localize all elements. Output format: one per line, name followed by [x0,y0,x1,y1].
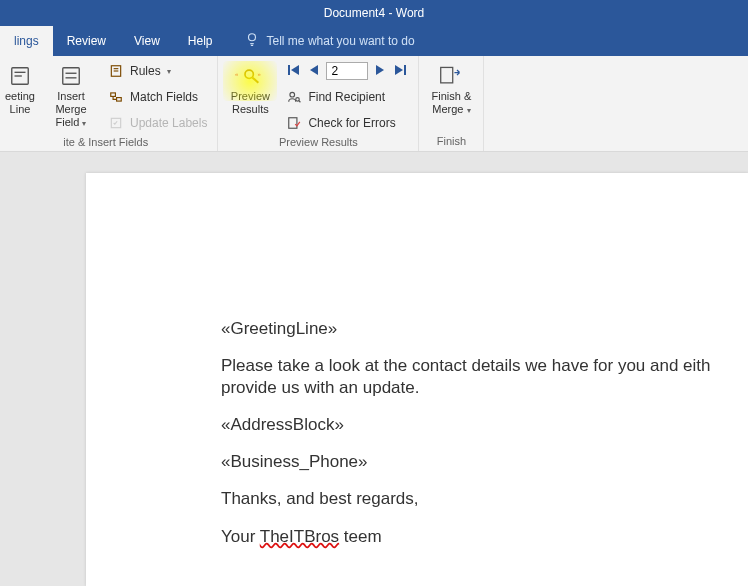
preview-results-label-2: Results [232,103,269,116]
svg-point-17 [245,70,253,78]
insert-merge-field-button[interactable]: Insert Merge Field ▾ [40,60,102,134]
svg-line-27 [299,101,301,103]
finish-merge-button[interactable]: Finish & Merge ▾ [425,60,477,117]
insert-merge-field-icon [60,62,82,90]
record-number-input[interactable] [326,62,368,80]
svg-point-0 [248,34,255,41]
group-write-insert-label: ite & Insert Fields [63,134,148,152]
greeting-line-icon [9,62,31,90]
greeting-line-label-2: Line [10,103,31,116]
rules-icon [108,63,124,79]
window-title: Document4 - Word [324,6,424,20]
finish-merge-label-1: Finish & [432,90,472,103]
tab-view[interactable]: View [120,26,174,56]
svg-rect-29 [441,67,453,82]
check-errors-icon [286,115,302,131]
svg-text:»: » [258,71,261,77]
group-finish-label: Finish [437,133,466,151]
greeting-line-button[interactable]: eeting Line [0,60,40,134]
finish-merge-label-2: Merge ▾ [432,103,470,117]
rules-label: Rules [130,64,161,78]
preview-results-button[interactable]: «» Preview Results [224,60,276,134]
body-paragraph: Please take a look at the contact detail… [221,355,748,399]
tell-me-box[interactable]: Tell me what you want to do [227,26,415,56]
check-errors-button[interactable]: Check for Errors [282,112,412,134]
last-record-button[interactable] [392,64,408,79]
merge-field-phone: «Business_Phone» [221,451,748,473]
ribbon: eeting Line Insert Merge Field ▾ Rules ▾ [0,56,748,152]
tell-me-label: Tell me what you want to do [267,26,415,56]
svg-point-25 [290,92,295,97]
svg-marker-22 [376,65,384,75]
merge-field-greeting: «GreetingLine» [221,318,748,340]
record-nav [282,60,412,82]
tab-review[interactable]: Review [53,26,120,56]
update-labels-button: Update Labels [104,112,211,134]
match-fields-label: Match Fields [130,90,198,104]
svg-rect-28 [289,118,297,129]
check-errors-label: Check for Errors [308,116,395,130]
find-recipient-label: Find Recipient [308,90,385,104]
tab-mailings[interactable]: lings [0,26,53,56]
find-recipient-icon [286,89,302,105]
merge-field-address: «AddressBlock» [221,414,748,436]
svg-line-18 [253,78,259,83]
page-canvas[interactable]: «GreetingLine» Please take a look at the… [86,173,748,586]
insert-merge-label-1: Insert Merge [42,90,100,116]
svg-marker-23 [395,65,403,75]
dropdown-caret-icon: ▾ [167,67,171,76]
match-fields-icon [108,89,124,105]
document-area: «GreetingLine» Please take a look at the… [0,152,748,586]
update-labels-label: Update Labels [130,116,207,130]
preview-stack: Find Recipient Check for Errors [282,60,412,134]
group-preview-label: Preview Results [279,134,358,152]
tab-help[interactable]: Help [174,26,227,56]
svg-rect-12 [111,93,116,97]
svg-marker-20 [291,65,299,75]
ribbon-tab-bar: lings Review View Help Tell me what you … [0,26,748,56]
document-content: «GreetingLine» Please take a look at the… [221,318,748,548]
spelling-error: TheITBros [260,527,339,546]
finish-merge-icon [439,62,463,90]
svg-rect-24 [404,65,406,75]
first-record-button[interactable] [286,64,302,79]
preview-results-label-1: Preview [231,90,270,103]
svg-rect-6 [63,68,80,85]
rules-button[interactable]: Rules ▾ [104,60,211,82]
group-write-insert-fields: eeting Line Insert Merge Field ▾ Rules ▾ [0,56,218,151]
lightbulb-icon [245,26,259,56]
insert-merge-label-2: Field ▾ [56,116,87,130]
svg-rect-19 [288,65,290,75]
dropdown-caret-icon: ▾ [467,106,471,115]
next-record-button[interactable] [372,64,388,79]
dropdown-caret-icon: ▾ [82,119,86,128]
window-title-bar: Document4 - Word [0,0,748,26]
thanks-line: Thanks, and best regards, [221,488,748,510]
greeting-line-label-1: eeting [5,90,35,103]
find-recipient-button[interactable]: Find Recipient [282,86,412,108]
svg-marker-21 [310,65,318,75]
update-labels-icon [108,115,124,131]
svg-text:«: « [235,71,238,77]
group-finish: Finish & Merge ▾ Finish [419,56,484,151]
group-preview-results: «» Preview Results [218,56,419,151]
rules-stack: Rules ▾ Match Fields Update Labels [104,60,211,134]
match-fields-button[interactable]: Match Fields [104,86,211,108]
preview-results-icon: «» [235,62,265,90]
signature-line: Your TheITBros teem [221,526,748,548]
svg-rect-13 [117,98,122,102]
previous-record-button[interactable] [306,64,322,79]
